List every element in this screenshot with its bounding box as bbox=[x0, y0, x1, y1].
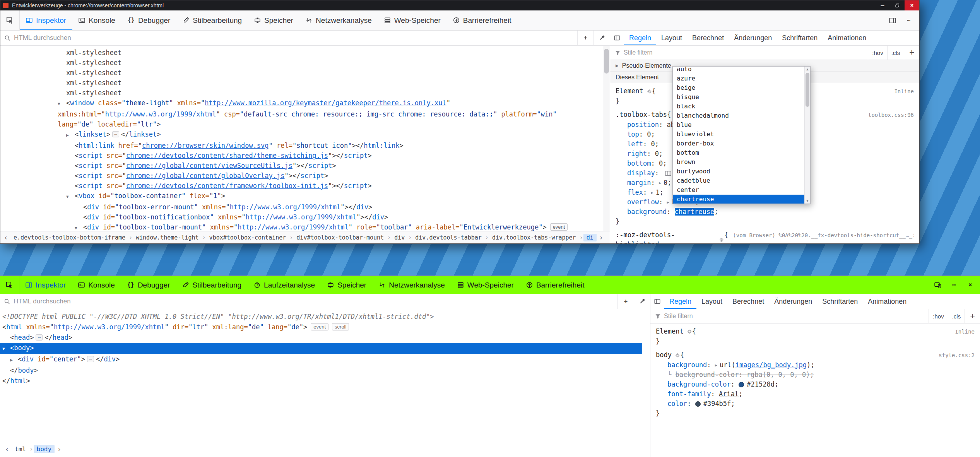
rule-selector[interactable]: :-moz-devtools-highlighted bbox=[616, 230, 716, 243]
eyedropper-button[interactable] bbox=[634, 294, 650, 309]
style-filter-bar[interactable]: Stile filtern :hov .cls + bbox=[650, 309, 980, 323]
menu-button[interactable]: ⋯ bbox=[946, 276, 962, 294]
tab-inspector[interactable]: Inspektor bbox=[19, 276, 72, 294]
sidebar-tab-Regeln[interactable]: Regeln bbox=[624, 31, 656, 45]
rule-source-link[interactable]: (vom Browser) %0A%20%20.__fx-devtools-hi… bbox=[728, 231, 914, 240]
property-name[interactable]: background-color bbox=[667, 380, 731, 388]
autocomplete-item[interactable]: cadetblue bbox=[673, 176, 804, 185]
collapsed-ellipsis[interactable]: ⋯ bbox=[112, 131, 119, 137]
sidebar-tab-Berechnet[interactable]: Berechnet bbox=[727, 294, 769, 309]
autocomplete-item[interactable]: chartreuse bbox=[673, 195, 804, 204]
css-declaration[interactable]: background: chartreuse; bbox=[616, 207, 914, 217]
markup-line[interactable]: ▼<body> bbox=[0, 343, 642, 354]
property-value[interactable]: chartreuse bbox=[675, 208, 714, 216]
property-value[interactable]: #21528d bbox=[747, 380, 775, 388]
property-value[interactable]: 0 bbox=[647, 130, 651, 138]
tab-accessibility[interactable]: Barrierefreiheit bbox=[520, 276, 591, 294]
scroll-up-icon[interactable]: ▲ bbox=[805, 67, 810, 71]
markup-line[interactable]: <head>⋯</head> bbox=[0, 332, 642, 343]
close-button[interactable]: × bbox=[905, 0, 919, 10]
breadcrumb-item[interactable]: vbox#toolbox-container bbox=[206, 234, 289, 241]
breadcrumb-back-icon[interactable]: ‹ bbox=[2, 445, 12, 453]
window-titlebar[interactable]: Entwicklerwerkzeuge - chrome://browser/c… bbox=[0, 0, 919, 10]
sidebar-tab-Änderungen[interactable]: Änderungen bbox=[729, 31, 777, 45]
rule-source-link[interactable]: toolbox.css:96 bbox=[864, 110, 914, 120]
search-input[interactable]: HTML durchsuchen bbox=[14, 298, 617, 305]
scroll-badge[interactable]: scroll bbox=[332, 323, 349, 330]
collapse-twisty-icon[interactable]: ▼ bbox=[75, 223, 83, 231]
markup-line[interactable]: ▼<window class="theme-light" xmlns="http… bbox=[0, 98, 587, 129]
breadcrumb-forward-icon[interactable]: › bbox=[55, 445, 64, 453]
autocomplete-scrollbar[interactable]: ▲ ▼ bbox=[804, 67, 810, 204]
collapse-twisty-icon[interactable]: ▼ bbox=[58, 99, 66, 109]
sidebar-tab-Regeln[interactable]: Regeln bbox=[664, 294, 696, 309]
sidebar-toggle-icon[interactable] bbox=[650, 294, 664, 309]
property-value[interactable]: 0 bbox=[655, 150, 659, 157]
markup-line[interactable]: ▼<div id="toolbox-toolbar-mount" xmlns="… bbox=[0, 222, 587, 231]
css-declaration[interactable]: background: ▶url(images/bg_body.jpg); bbox=[656, 360, 975, 370]
markup-line[interactable]: <html xmlns="http://www.w3.org/1999/xhtm… bbox=[0, 322, 642, 332]
property-name[interactable]: display bbox=[627, 169, 655, 177]
expand-twisty-icon[interactable]: ▶ bbox=[66, 130, 75, 140]
sidebar-tab-Layout[interactable]: Layout bbox=[656, 31, 687, 45]
collapse-twisty-icon[interactable]: ▼ bbox=[66, 192, 75, 202]
search-input[interactable]: HTML durchsuchen bbox=[14, 34, 577, 42]
tab-network[interactable]: Netzwerkanalyse bbox=[373, 276, 451, 294]
markup-line[interactable]: <div id="toolbox-error-mount" xmlns="htt… bbox=[0, 202, 587, 212]
autocomplete-item[interactable]: brown bbox=[673, 157, 804, 167]
sidebar-tab-Änderungen[interactable]: Änderungen bbox=[769, 294, 817, 309]
markup-line[interactable]: ▼<vbox id="toolbox-container" flex="1"> bbox=[0, 191, 587, 202]
menu-button[interactable]: ⋯ bbox=[901, 10, 917, 30]
tab-styleeditor[interactable]: Stilbearbeitung bbox=[176, 10, 248, 30]
collapse-twisty-icon[interactable]: ▼ bbox=[2, 344, 10, 354]
add-rule-button[interactable]: + bbox=[904, 46, 919, 60]
rule-source-link[interactable]: style.css:2 bbox=[934, 351, 975, 360]
markup-line[interactable]: <script src="chrome://devtools/content/f… bbox=[0, 181, 587, 191]
markup-line[interactable]: xml-stylesheet bbox=[0, 58, 587, 68]
property-name[interactable]: top bbox=[627, 130, 639, 138]
responsive-button[interactable] bbox=[930, 276, 946, 294]
property-name[interactable]: bottom bbox=[627, 159, 651, 167]
pick-element-button[interactable] bbox=[0, 10, 20, 30]
add-node-button[interactable]: + bbox=[577, 31, 593, 45]
markup-line[interactable]: xml-stylesheet bbox=[0, 48, 587, 58]
markup-line[interactable]: <div id="toolbox-notificationbox" xmlns=… bbox=[0, 212, 587, 222]
rule-selector[interactable]: .toolbox-tabs bbox=[616, 110, 667, 120]
autocomplete-item[interactable]: burlywood bbox=[673, 167, 804, 176]
property-name[interactable]: margin bbox=[627, 179, 651, 187]
tab-debugger[interactable]: {}Debugger bbox=[121, 10, 177, 30]
pick-element-button[interactable] bbox=[0, 276, 19, 294]
property-name[interactable]: background bbox=[667, 361, 707, 369]
style-filter-bar[interactable]: Stile filtern :hov .cls + bbox=[610, 46, 919, 60]
property-value[interactable]: 0 bbox=[659, 159, 663, 167]
css-declaration[interactable]: font-family: Arial; bbox=[656, 389, 975, 399]
markup-line[interactable]: </body> bbox=[0, 365, 642, 376]
tab-accessibility[interactable]: Barrierefreiheit bbox=[447, 10, 518, 30]
markup-line[interactable]: <script src="chrome://global/content/glo… bbox=[0, 171, 587, 181]
property-value[interactable]: images/bg_body.jpg bbox=[735, 361, 807, 369]
property-name[interactable]: left bbox=[627, 140, 643, 148]
breadcrumb-item[interactable]: di bbox=[583, 234, 597, 241]
tab-performance[interactable]: Laufzeitanalyse bbox=[248, 276, 321, 294]
breadcrumb-item[interactable]: div bbox=[391, 234, 408, 241]
sidebar-tab-Animationen[interactable]: Animationen bbox=[863, 294, 912, 309]
rule-selector[interactable]: Element bbox=[616, 86, 643, 96]
markup-line[interactable]: <!DOCTYPE html PUBLIC "-//W3C//DTD XHTML… bbox=[0, 312, 642, 322]
tab-inspector[interactable]: Inspektor bbox=[20, 10, 72, 30]
breadcrumb-item[interactable]: div.devtools-tabbar bbox=[412, 234, 485, 241]
property-name[interactable]: right bbox=[627, 150, 647, 157]
markup-line[interactable]: ▶<div id="center">⋯</div> bbox=[0, 354, 642, 365]
breadcrumb-item[interactable]: window.theme-light bbox=[133, 234, 202, 241]
markup-line[interactable]: <html:link href="chrome://browser/skin/w… bbox=[0, 140, 587, 151]
tab-storage[interactable]: Web-Speicher bbox=[451, 276, 520, 294]
autocomplete-item[interactable]: bisque bbox=[673, 92, 804, 102]
style-filter-input[interactable]: Stile filtern bbox=[664, 313, 929, 320]
markup-line[interactable]: <script src="chrome://devtools/content/s… bbox=[0, 151, 587, 161]
dock-button[interactable] bbox=[884, 10, 901, 30]
property-name[interactable]: flex bbox=[627, 188, 643, 196]
autocomplete-item[interactable]: center bbox=[673, 185, 804, 195]
pseudo-class-toggle[interactable]: :hov bbox=[868, 46, 887, 60]
property-value[interactable]: Arial bbox=[719, 390, 739, 398]
autocomplete-item[interactable]: black bbox=[673, 102, 804, 111]
property-value[interactable]: url( bbox=[720, 361, 735, 369]
